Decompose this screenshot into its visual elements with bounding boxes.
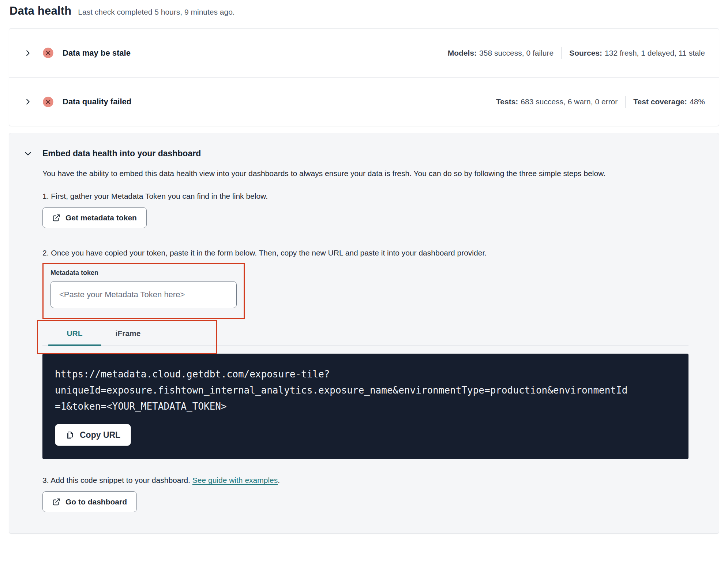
status-row-title: Data may be stale	[63, 48, 131, 58]
stat-value: 132 fresh, 1 delayed, 11 stale	[605, 49, 705, 57]
data-health-page: Data health Last check completed 5 hours…	[0, 0, 728, 534]
embed-section-card: Embed data health into your dashboard Yo…	[9, 133, 719, 534]
models-stat: Models:358 success, 0 failure	[448, 49, 553, 57]
copy-url-label: Copy URL	[80, 430, 120, 440]
tab-bar: URL iFrame	[42, 324, 688, 346]
status-row-stats: Models:358 success, 0 failure Sources:13…	[448, 47, 705, 59]
step-1-text: 1. First, gather your Metadata Token you…	[42, 192, 704, 201]
embed-section-body: You have the ability to embed this data …	[42, 166, 704, 512]
step-3-suffix: .	[278, 476, 280, 484]
external-link-icon	[52, 498, 60, 506]
copy-url-button[interactable]: Copy URL	[55, 424, 131, 446]
tab-url[interactable]: URL	[48, 324, 101, 345]
step-3-text: 3. Add this code snippet to your dashboa…	[42, 476, 704, 485]
stat-label: Tests:	[496, 97, 518, 106]
chevron-right-icon[interactable]	[24, 49, 32, 57]
chevron-down-icon[interactable]	[24, 149, 32, 158]
copy-icon	[65, 430, 74, 439]
stat-divider	[625, 96, 626, 108]
metadata-token-label: Metadata token	[50, 269, 98, 276]
get-metadata-token-label: Get metadata token	[65, 213, 137, 222]
status-row-stale[interactable]: Data may be stale Models:358 success, 0 …	[9, 29, 719, 77]
last-check-status: Last check completed 5 hours, 9 minutes …	[78, 8, 234, 16]
page-header: Data health Last check completed 5 hours…	[9, 4, 719, 18]
stat-label: Test coverage:	[633, 97, 687, 106]
external-link-icon	[52, 214, 60, 222]
stat-value: 48%	[690, 97, 705, 106]
step-3-prefix: 3. Add this code snippet to your dashboa…	[42, 476, 192, 484]
go-to-dashboard-button[interactable]: Go to dashboard	[42, 491, 137, 512]
metadata-token-input[interactable]	[50, 281, 237, 308]
status-row-stats: Tests:683 success, 6 warn, 0 error Test …	[496, 96, 705, 108]
go-to-dashboard-label: Go to dashboard	[65, 497, 127, 506]
chevron-right-icon[interactable]	[24, 98, 32, 106]
stat-value: 358 success, 0 failure	[479, 49, 553, 57]
stat-value: 683 success, 6 warn, 0 error	[521, 97, 618, 106]
active-tab-indicator	[48, 344, 101, 346]
annotation-box-token-field: Metadata token	[42, 263, 245, 319]
sources-stat: Sources:132 fresh, 1 delayed, 11 stale	[569, 49, 705, 57]
get-metadata-token-button[interactable]: Get metadata token	[42, 207, 147, 228]
error-x-circle-icon	[42, 96, 54, 108]
status-row-quality[interactable]: Data quality failed Tests:683 success, 6…	[9, 77, 719, 126]
stat-divider	[561, 47, 562, 59]
step-2-text: 2. Once you have copied your token, past…	[42, 249, 704, 257]
tests-stat: Tests:683 success, 6 warn, 0 error	[496, 97, 618, 106]
embed-url-line: =1&token=<YOUR_METADATA_TOKEN>	[55, 398, 675, 414]
output-format-tabs: URL iFrame	[42, 324, 688, 346]
tab-iframe-label: iFrame	[116, 329, 141, 338]
embed-url-code-block: https://metadata.cloud.getdbt.com/exposu…	[42, 354, 688, 459]
status-card: Data may be stale Models:358 success, 0 …	[9, 28, 719, 126]
embed-section-title: Embed data health into your dashboard	[42, 149, 201, 159]
page-title: Data health	[10, 4, 71, 18]
stat-label: Sources:	[569, 49, 602, 57]
stat-label: Models:	[448, 49, 477, 57]
embed-description: You have the ability to embed this data …	[42, 166, 664, 181]
tab-iframe[interactable]: iFrame	[101, 324, 155, 345]
see-guide-link[interactable]: See guide with examples	[192, 476, 278, 484]
embed-url-line: https://metadata.cloud.getdbt.com/exposu…	[55, 366, 675, 382]
embed-url-line: uniqueId=exposure.fishtown_internal_anal…	[55, 382, 675, 398]
test-coverage-stat: Test coverage:48%	[633, 97, 705, 106]
error-x-circle-icon	[42, 47, 54, 59]
tab-url-label: URL	[67, 329, 82, 338]
status-row-title: Data quality failed	[63, 97, 131, 107]
embed-section-header[interactable]: Embed data health into your dashboard	[24, 149, 704, 159]
